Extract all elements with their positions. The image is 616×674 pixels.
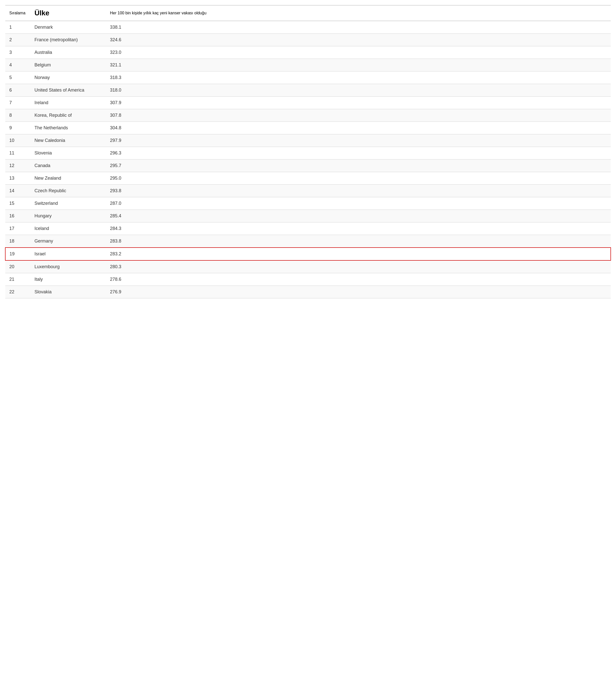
table-row: 11Slovenia296.3 [5,147,611,159]
rank-cell: 11 [5,147,30,159]
rank-cell: 18 [5,235,30,248]
rank-cell: 7 [5,97,30,109]
rate-cell: 276.9 [106,286,611,298]
rate-cell: 307.9 [106,97,611,109]
country-cell: Germany [30,235,106,248]
table-row: 9The Netherlands304.8 [5,122,611,134]
country-cell: France (metropolitan) [30,34,106,46]
country-cell: Israel [30,247,106,260]
country-header: Ülke [30,5,106,21]
table-row: 19Israel283.2 [5,247,611,260]
rank-cell: 16 [5,210,30,222]
rank-cell: 8 [5,109,30,122]
table-row: 15Switzerland287.0 [5,197,611,210]
table-row: 13New Zealand295.0 [5,172,611,185]
table-row: 21Italy278.6 [5,273,611,286]
table-row: 4Belgium321.1 [5,59,611,72]
rank-cell: 6 [5,84,30,97]
country-cell: United States of America [30,84,106,97]
rate-cell: 284.3 [106,222,611,235]
table-row: 22Slovakia276.9 [5,286,611,298]
rank-cell: 21 [5,273,30,286]
country-cell: New Caledonia [30,134,106,147]
table-row: 18Germany283.8 [5,235,611,248]
table-row: 1Denmark338.1 [5,21,611,34]
table-row: 6United States of America318.0 [5,84,611,97]
rate-cell: 296.3 [106,147,611,159]
country-cell: Denmark [30,21,106,34]
rank-cell: 14 [5,185,30,197]
country-cell: Ireland [30,97,106,109]
table-row: 3Australia323.0 [5,46,611,59]
cancer-rate-table: Sıralama Ülke Her 100 bin kişide yıllık … [5,5,611,298]
table-row: 12Canada295.7 [5,159,611,172]
table-row: 2France (metropolitan)324.6 [5,34,611,46]
rank-cell: 10 [5,134,30,147]
country-cell: The Netherlands [30,122,106,134]
table-row: 16Hungary285.4 [5,210,611,222]
rate-header: Her 100 bin kişide yıllık kaç yeni kanse… [106,5,611,21]
rate-cell: 278.6 [106,273,611,286]
rank-cell: 22 [5,286,30,298]
rate-cell: 338.1 [106,21,611,34]
rank-header: Sıralama [5,5,30,21]
table-header-row: Sıralama Ülke Her 100 bin kişide yıllık … [5,5,611,21]
table-row: 8Korea, Republic of307.8 [5,109,611,122]
rate-cell: 321.1 [106,59,611,72]
rate-cell: 323.0 [106,46,611,59]
rate-cell: 283.2 [106,247,611,260]
rate-cell: 295.0 [106,172,611,185]
rate-cell: 297.9 [106,134,611,147]
rate-cell: 295.7 [106,159,611,172]
country-cell: Switzerland [30,197,106,210]
table-row: 17Iceland284.3 [5,222,611,235]
table-row: 10New Caledonia297.9 [5,134,611,147]
country-cell: Italy [30,273,106,286]
rank-cell: 1 [5,21,30,34]
table-row: 14Czech Republic293.8 [5,185,611,197]
rank-cell: 3 [5,46,30,59]
rank-cell: 5 [5,72,30,84]
country-cell: Belgium [30,59,106,72]
country-cell: Iceland [30,222,106,235]
rank-cell: 20 [5,260,30,273]
country-cell: Australia [30,46,106,59]
rate-cell: 318.3 [106,72,611,84]
table-row: 7Ireland307.9 [5,97,611,109]
country-cell: Hungary [30,210,106,222]
rate-cell: 280.3 [106,260,611,273]
rate-cell: 287.0 [106,197,611,210]
rank-cell: 2 [5,34,30,46]
rank-cell: 4 [5,59,30,72]
country-cell: New Zealand [30,172,106,185]
country-cell: Norway [30,72,106,84]
rate-cell: 304.8 [106,122,611,134]
rank-cell: 12 [5,159,30,172]
rank-cell: 9 [5,122,30,134]
rank-cell: 17 [5,222,30,235]
rank-cell: 19 [5,247,30,260]
country-cell: Korea, Republic of [30,109,106,122]
rate-cell: 307.8 [106,109,611,122]
rank-cell: 13 [5,172,30,185]
country-cell: Slovakia [30,286,106,298]
table-row: 20Luxembourg280.3 [5,260,611,273]
country-cell: Slovenia [30,147,106,159]
rate-cell: 285.4 [106,210,611,222]
country-cell: Czech Republic [30,185,106,197]
country-cell: Canada [30,159,106,172]
rate-cell: 283.8 [106,235,611,248]
table-row: 5Norway318.3 [5,72,611,84]
country-cell: Luxembourg [30,260,106,273]
rate-cell: 293.8 [106,185,611,197]
rate-cell: 324.6 [106,34,611,46]
rate-cell: 318.0 [106,84,611,97]
rank-cell: 15 [5,197,30,210]
